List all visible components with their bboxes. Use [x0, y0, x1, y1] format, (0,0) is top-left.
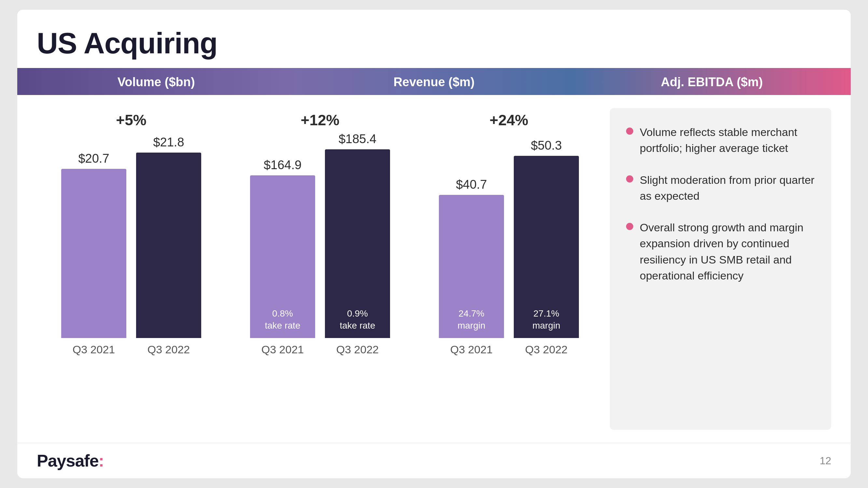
content-area: +5% $20.7 Q3 2021 $21.8 Q3 2022 +1: [17, 95, 851, 443]
volume-bar-dark: [136, 153, 201, 338]
ebitda-growth: +24%: [490, 111, 528, 129]
bullet-dot-1: [626, 128, 633, 135]
slide-header: US Acquiring: [17, 10, 851, 68]
ebitda-quarter-2022: Q3 2022: [525, 343, 567, 356]
logo: Paysafe:: [37, 451, 104, 470]
bullet-dot-2: [626, 175, 633, 183]
revenue-take-rate-2022: 0.9%take rate: [340, 308, 375, 331]
revenue-chart-group: +12% $164.9 0.8%take rate Q3 2021 $185.4…: [226, 108, 414, 430]
bullet-item-1: Volume reflects stable merchant portfoli…: [626, 124, 815, 157]
volume-bars: $20.7 Q3 2021 $21.8 Q3 2022: [61, 135, 201, 356]
ebitda-label: Adj. EBITDA ($m): [661, 75, 763, 89]
revenue-value-2021: $164.9: [264, 158, 302, 172]
revenue-take-rate-2021: 0.8%take rate: [265, 308, 301, 331]
bullet-dot-3: [626, 223, 633, 230]
volume-quarter-2021: Q3 2021: [72, 343, 115, 356]
header-bar-col-3: Adj. EBITDA ($m): [573, 69, 851, 95]
revenue-quarter-2022: Q3 2022: [336, 343, 379, 356]
header-bar-col-2: Revenue ($m): [295, 69, 573, 95]
revenue-value-2022: $185.4: [339, 132, 376, 146]
ebitda-bar-2022: $50.3 27.1%margin Q3 2022: [514, 139, 579, 356]
volume-bar-2021: $20.7 Q3 2021: [61, 152, 126, 356]
revenue-bar-light: 0.8%take rate: [250, 175, 315, 338]
volume-label: Volume ($bn): [118, 75, 195, 89]
ebitda-bar-light: 24.7%margin: [439, 195, 504, 338]
revenue-growth: +12%: [301, 111, 340, 129]
volume-chart-group: +5% $20.7 Q3 2021 $21.8 Q3 2022: [37, 108, 226, 430]
ebitda-value-2021: $40.7: [456, 177, 487, 192]
bullet-text-3: Overall strong growth and margin expansi…: [640, 220, 815, 284]
ebitda-quarter-2021: Q3 2021: [450, 343, 493, 356]
volume-bar-2022: $21.8 Q3 2022: [136, 135, 201, 356]
volume-bar-light: [61, 169, 126, 338]
ebitda-margin-2021: 24.7%margin: [458, 308, 486, 331]
volume-value-2021: $20.7: [78, 152, 109, 166]
header-bar-col-1: Volume ($bn): [17, 69, 295, 95]
ebitda-margin-2022: 27.1%margin: [532, 308, 560, 331]
side-panel: Volume reflects stable merchant portfoli…: [610, 108, 831, 430]
revenue-bars: $164.9 0.8%take rate Q3 2021 $185.4 0.9%…: [250, 135, 390, 356]
volume-quarter-2022: Q3 2022: [148, 343, 190, 356]
slide-title: US Acquiring: [37, 27, 831, 60]
bullet-item-3: Overall strong growth and margin expansi…: [626, 220, 815, 284]
header-bar: Volume ($bn) Revenue ($m) Adj. EBITDA ($…: [17, 69, 851, 95]
slide-footer: Paysafe: 12: [17, 443, 851, 478]
bullet-item-2: Slight moderation from prior quarter as …: [626, 172, 815, 204]
revenue-label: Revenue ($m): [393, 75, 474, 89]
page-number: 12: [819, 455, 831, 467]
bullet-text-2: Slight moderation from prior quarter as …: [640, 172, 815, 204]
logo-dot: :: [99, 451, 104, 470]
charts-section: +5% $20.7 Q3 2021 $21.8 Q3 2022 +1: [37, 108, 603, 430]
volume-growth: +5%: [116, 111, 146, 129]
volume-value-2022: $21.8: [153, 135, 184, 149]
revenue-bar-dark: 0.9%take rate: [325, 149, 390, 338]
slide: US Acquiring Volume ($bn) Revenue ($m) A…: [17, 10, 851, 478]
revenue-quarter-2021: Q3 2021: [261, 343, 304, 356]
bullet-text-1: Volume reflects stable merchant portfoli…: [640, 124, 815, 157]
revenue-bar-2022: $185.4 0.9%take rate Q3 2022: [325, 132, 390, 356]
ebitda-chart-group: +24% $40.7 24.7%margin Q3 2021 $50.3 27.…: [414, 108, 603, 430]
ebitda-bar-dark: 27.1%margin: [514, 156, 579, 338]
ebitda-bars: $40.7 24.7%margin Q3 2021 $50.3 27.1%mar…: [439, 135, 579, 356]
ebitda-value-2022: $50.3: [531, 139, 562, 153]
revenue-bar-2021: $164.9 0.8%take rate Q3 2021: [250, 158, 315, 356]
logo-name: Paysafe: [37, 451, 99, 470]
ebitda-bar-2021: $40.7 24.7%margin Q3 2021: [439, 177, 504, 356]
